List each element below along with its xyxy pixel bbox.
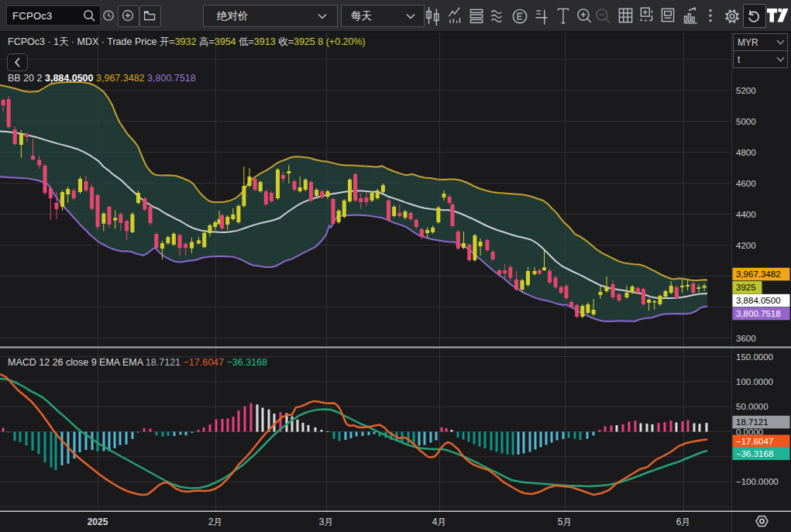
svg-text:3,884.0500: 3,884.0500 xyxy=(736,296,781,305)
svg-text:FCPOc3 · 1天 · MDX · Trade Pric: FCPOc3 · 1天 · MDX · Trade Price 开=3932 高… xyxy=(8,36,366,47)
svg-text:150.0000: 150.0000 xyxy=(736,352,773,362)
svg-text:4600: 4600 xyxy=(736,179,756,188)
svg-text:18.7121: 18.7121 xyxy=(736,417,769,427)
svg-text:3,800.7518: 3,800.7518 xyxy=(736,309,781,318)
svg-text:6月: 6月 xyxy=(676,517,691,527)
svg-text:2025: 2025 xyxy=(88,517,108,527)
svg-text:3925: 3925 xyxy=(736,283,756,292)
svg-text:−17.6047: −17.6047 xyxy=(736,437,773,446)
svg-text:4200: 4200 xyxy=(736,241,756,250)
svg-text:BB 20 2 3,884.0500 3,967.3482: BB 20 2 3,884.0500 3,967.3482 3,800.7518 xyxy=(8,73,196,84)
svg-text:4800: 4800 xyxy=(736,148,756,157)
svg-text:−36.3168: −36.3168 xyxy=(736,449,773,458)
svg-text:3月: 3月 xyxy=(319,517,334,527)
svg-text:2月: 2月 xyxy=(208,517,223,527)
svg-text:4月: 4月 xyxy=(432,517,447,527)
svg-text:3,967.3482: 3,967.3482 xyxy=(736,269,781,279)
svg-text:5000: 5000 xyxy=(736,117,756,126)
svg-text:5200: 5200 xyxy=(736,86,756,95)
svg-text:100.0000: 100.0000 xyxy=(736,377,773,386)
svg-text:MACD 12 26 close 9 EMA EMA 18.: MACD 12 26 close 9 EMA EMA 18.7121 −17.6… xyxy=(8,357,267,368)
svg-text:4400: 4400 xyxy=(736,210,756,219)
svg-text:MYR: MYR xyxy=(738,37,758,48)
svg-text:50.0000: 50.0000 xyxy=(736,402,769,411)
svg-text:5月: 5月 xyxy=(558,517,573,527)
svg-text:−100.0000: −100.0000 xyxy=(736,477,779,486)
svg-text:3600: 3600 xyxy=(736,334,756,343)
